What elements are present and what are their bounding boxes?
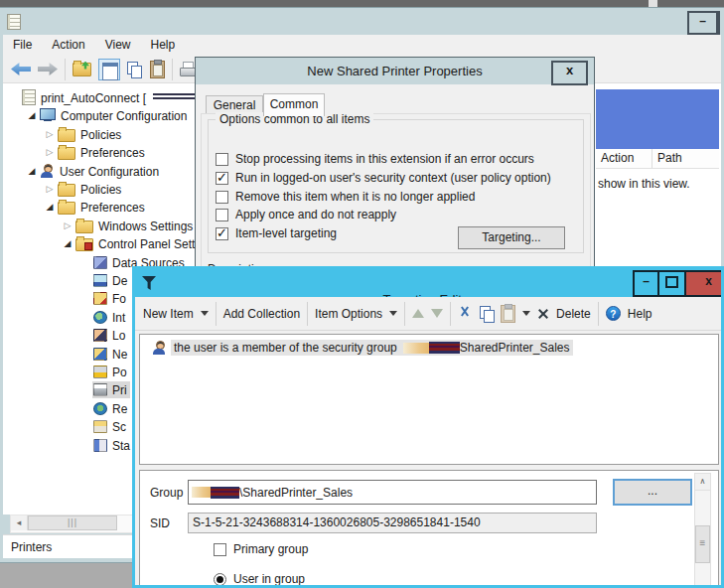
paste-icon[interactable]	[150, 61, 165, 78]
show-console-tree-icon[interactable]	[98, 59, 120, 80]
collapsed-expander-icon[interactable]: ▷	[43, 184, 57, 194]
checkbox-icon[interactable]	[214, 543, 226, 556]
root-gpo-icon	[22, 89, 36, 105]
tree-item-content: Po	[92, 364, 130, 380]
gpo-scroll-icon	[7, 14, 21, 30]
tree-item-content: Policies	[57, 180, 124, 198]
help-icon[interactable]: ?	[606, 306, 621, 321]
expanded-expander-icon[interactable]: ◢	[43, 202, 57, 212]
expanded-expander-icon[interactable]: ◢	[25, 166, 39, 176]
toolbar-separator	[598, 302, 599, 326]
back-arrow-icon[interactable]	[11, 63, 31, 75]
checkbox-row-1[interactable]: Run in logged-on user's security context…	[216, 171, 551, 185]
tree-item-computer-configuration[interactable]: ◢Computer Configuration	[3, 106, 223, 124]
tree-item-label: Po	[112, 365, 127, 379]
delete-button[interactable]: Delete	[556, 307, 591, 321]
scrollbar-thumb[interactable]: |||	[28, 515, 117, 530]
menu-view[interactable]: View	[95, 35, 141, 56]
menu-action[interactable]: Action	[42, 35, 94, 56]
chevron-down-icon[interactable]	[201, 311, 209, 320]
tree-item-label: print_AutoConnect [	[41, 90, 146, 105]
tree-item-content: Lo	[92, 327, 128, 344]
expanded-expander-icon[interactable]: ◢	[25, 110, 39, 120]
chevron-down-icon[interactable]	[389, 311, 397, 320]
delete-x-icon[interactable]	[537, 308, 549, 320]
results-column-headers: Action Path	[596, 149, 719, 169]
devices-icon	[93, 274, 107, 287]
export-list-icon[interactable]	[72, 63, 91, 76]
power-options-icon	[93, 366, 107, 378]
tree-item-label: Pri	[112, 382, 127, 397]
folder-options-icon	[93, 292, 107, 305]
user-policies-icon	[58, 184, 75, 197]
targeting-toolbar: New Item Add Collection Item Options Del…	[135, 297, 721, 331]
background-window-gap	[649, 0, 657, 8]
user-in-group-radio[interactable]: User in group	[214, 572, 305, 586]
radio-icon[interactable]	[214, 573, 226, 586]
cut-icon[interactable]	[458, 306, 473, 321]
tree-item-content: Int	[92, 309, 128, 326]
menu-file[interactable]: File	[3, 35, 42, 56]
toolbar-separator	[450, 302, 451, 326]
detail-vertical-scrollbar[interactable]: ∧ ≡	[694, 473, 711, 588]
close-icon[interactable]: x	[684, 270, 724, 297]
menu-help[interactable]: Help	[141, 35, 186, 56]
primary-group-checkbox[interactable]: Primary group	[214, 542, 308, 556]
help-button[interactable]: Help	[628, 307, 652, 321]
copy-icon[interactable]	[480, 306, 494, 321]
menu-bar: File Action View Help	[3, 35, 721, 57]
item-options-button[interactable]: Item Options	[315, 307, 382, 321]
checkbox-row-4[interactable]: Item-level targeting	[216, 226, 337, 240]
maximize-icon[interactable]	[657, 270, 686, 297]
unchecked-checkbox-icon[interactable]	[216, 209, 228, 221]
tree-item-content: Policies	[57, 125, 124, 143]
scrollbar-thumb[interactable]: ≡	[695, 525, 710, 563]
tree-item-content: De	[92, 272, 130, 289]
checkbox-row-3[interactable]: Apply once and do not reapply	[216, 208, 396, 221]
chevron-down-icon[interactable]	[522, 311, 530, 320]
redacted-domain	[429, 342, 460, 354]
add-collection-button[interactable]: Add Collection	[223, 307, 300, 321]
scroll-up-arrow-icon[interactable]: ∧	[695, 474, 710, 491]
group-input[interactable]: \SharedPrinter_Sales	[188, 480, 597, 505]
gpme-titlebar: Group Policy Management Editor –	[0, 8, 724, 35]
checked-checkbox-icon[interactable]	[216, 227, 228, 240]
new-item-button[interactable]: New Item	[143, 307, 194, 321]
start-menu-icon	[93, 439, 107, 452]
collapsed-expander-icon[interactable]: ▷	[61, 220, 74, 230]
unchecked-checkbox-icon[interactable]	[216, 191, 228, 204]
tab-common[interactable]: Common	[263, 93, 325, 116]
column-header-path[interactable]: Path	[652, 149, 719, 168]
checked-checkbox-icon[interactable]	[216, 172, 228, 185]
tree-item-content: Preferences	[57, 143, 148, 161]
tree-item-content: Re	[92, 400, 130, 417]
close-icon[interactable]: x	[551, 61, 588, 85]
column-header-action[interactable]: Action	[596, 149, 652, 168]
tree-item-content: Ne	[92, 346, 130, 363]
tree-item-content: Preferences	[57, 198, 148, 216]
minimize-button[interactable]: –	[687, 11, 718, 35]
unchecked-checkbox-icon[interactable]	[216, 153, 228, 166]
copy-icon[interactable]	[127, 62, 143, 77]
minimize-icon[interactable]: –	[633, 270, 659, 297]
expanded-expander-icon[interactable]: ◢	[61, 238, 74, 248]
move-down-icon[interactable]	[431, 309, 443, 324]
collapsed-expander-icon[interactable]: ▷	[43, 129, 57, 139]
toolbar-separator	[172, 59, 173, 80]
tree-item-user-configuration[interactable]: ◢User Configuration	[3, 162, 223, 180]
print-icon[interactable]	[180, 62, 196, 76]
checkbox-label: Apply once and do not reapply	[235, 208, 396, 221]
forward-arrow-icon[interactable]	[38, 63, 58, 75]
targeting-button[interactable]: Targeting...	[458, 226, 565, 249]
scroll-left-arrow-icon[interactable]: ◂	[11, 515, 28, 530]
targeting-list-item[interactable]: the user is a member of the security gro…	[152, 340, 573, 356]
tree-item-label: Preferences	[80, 200, 145, 215]
browse-button[interactable]: ...	[613, 479, 692, 506]
collapsed-expander-icon[interactable]: ▷	[43, 147, 57, 157]
tree-item-label: Lo	[112, 328, 125, 343]
move-up-icon[interactable]	[412, 303, 424, 318]
paste-icon[interactable]	[501, 305, 515, 323]
tree-item-root-gpo[interactable]: print_AutoConnect [	[3, 88, 206, 106]
checkbox-row-2[interactable]: Remove this item when it is no longer ap…	[216, 190, 475, 204]
checkbox-row-0[interactable]: Stop processing items in this extension …	[216, 152, 534, 166]
